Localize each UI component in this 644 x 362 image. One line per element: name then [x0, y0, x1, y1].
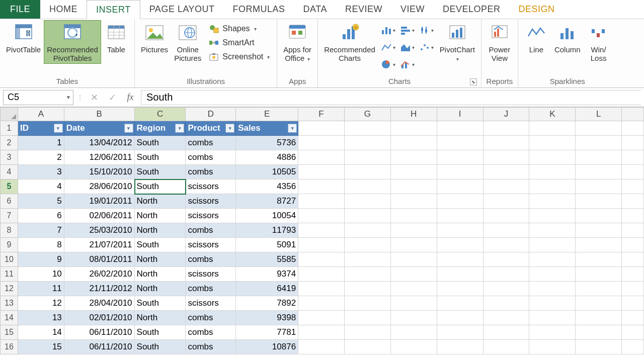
sparkline-column-button[interactable]: Column [551, 20, 584, 55]
cell-date[interactable]: 28/04/2010 [64, 296, 135, 311]
cell-date[interactable]: 06/11/2010 [64, 340, 135, 354]
empty-cell[interactable] [345, 165, 391, 179]
empty-cell[interactable] [529, 267, 576, 282]
cell-date[interactable]: 26/02/2010 [64, 267, 135, 282]
empty-cell[interactable] [484, 136, 530, 150]
empty-cell[interactable] [437, 340, 484, 354]
empty-cell[interactable] [345, 252, 391, 267]
cell-id[interactable]: 3 [18, 165, 64, 179]
empty-cell[interactable] [391, 165, 437, 179]
empty-cell[interactable] [622, 311, 644, 325]
empty-cell[interactable] [437, 282, 484, 296]
table-header-product[interactable]: Product▾ [186, 121, 236, 136]
cell-product[interactable]: scissors [186, 209, 236, 223]
empty-cell[interactable] [298, 194, 345, 209]
cell-product[interactable]: combs [186, 223, 236, 238]
cell-date[interactable]: 08/01/2011 [64, 252, 135, 267]
cell-product[interactable]: combs [186, 165, 236, 179]
cell-region[interactable]: South [135, 136, 186, 150]
table-header-id[interactable]: ID▾ [18, 121, 64, 136]
empty-cell[interactable] [437, 325, 484, 340]
empty-cell[interactable] [391, 209, 437, 223]
cell-sales[interactable]: 10054 [236, 209, 298, 223]
column-header-G[interactable]: G [345, 107, 391, 121]
empty-cell[interactable] [391, 325, 437, 340]
cell-region[interactable]: South [135, 238, 186, 252]
chart-stock-button[interactable]: ▾ [418, 22, 436, 38]
cell-date[interactable]: 02/06/2011 [64, 209, 135, 223]
empty-cell[interactable] [345, 340, 391, 354]
pivot-table-button[interactable]: PivotTable [3, 20, 44, 55]
cell-date[interactable]: 02/01/2010 [64, 311, 135, 325]
column-header-partial[interactable] [622, 107, 644, 121]
cell-region[interactable]: North [135, 282, 186, 296]
cell-product[interactable]: scissors [186, 179, 236, 194]
empty-cell[interactable] [622, 340, 644, 354]
cell-sales[interactable]: 5091 [236, 238, 298, 252]
formula-input[interactable]: South [141, 90, 641, 105]
empty-cell[interactable] [529, 325, 576, 340]
empty-cell[interactable] [622, 179, 644, 194]
empty-cell[interactable] [391, 311, 437, 325]
empty-cell[interactable] [298, 179, 345, 194]
row-header-14[interactable]: 14 [0, 311, 18, 325]
cell-sales[interactable]: 5736 [236, 136, 298, 150]
cell-region[interactable]: North [135, 252, 186, 267]
empty-cell[interactable] [298, 136, 345, 150]
cell-product[interactable]: combs [186, 136, 236, 150]
cell-sales[interactable]: 6419 [236, 282, 298, 296]
empty-cell[interactable] [576, 194, 622, 209]
cell-region[interactable]: South [135, 179, 186, 194]
filter-button-sales[interactable]: ▾ [288, 124, 297, 133]
table-header-region[interactable]: Region▾ [135, 121, 186, 136]
cell-product[interactable]: combs [186, 311, 236, 325]
empty-cell[interactable] [298, 121, 345, 136]
row-header-13[interactable]: 13 [0, 296, 18, 311]
empty-cell[interactable] [391, 194, 437, 209]
pictures-button[interactable]: Pictures [138, 20, 171, 55]
empty-cell[interactable] [298, 252, 345, 267]
row-header-1[interactable]: 1 [0, 121, 18, 136]
cell-region[interactable]: South [135, 165, 186, 179]
empty-cell[interactable] [345, 150, 391, 165]
empty-cell[interactable] [345, 238, 391, 252]
cell-sales[interactable]: 9398 [236, 311, 298, 325]
empty-cell[interactable] [391, 136, 437, 150]
row-header-8[interactable]: 8 [0, 223, 18, 238]
empty-cell[interactable] [345, 136, 391, 150]
empty-cell[interactable] [437, 194, 484, 209]
cell-date[interactable]: 25/03/2010 [64, 223, 135, 238]
empty-cell[interactable] [622, 150, 644, 165]
tab-page-layout[interactable]: PAGE LAYOUT [140, 0, 224, 19]
empty-cell[interactable] [576, 179, 622, 194]
empty-cell[interactable] [622, 165, 644, 179]
empty-cell[interactable] [345, 121, 391, 136]
screenshot-button[interactable]: Screenshot▾ [206, 50, 272, 63]
empty-cell[interactable] [576, 311, 622, 325]
chart-line-button[interactable]: ▾ [379, 39, 397, 55]
empty-cell[interactable] [576, 121, 622, 136]
row-header-10[interactable]: 10 [0, 252, 18, 267]
empty-cell[interactable] [576, 136, 622, 150]
filter-button-region[interactable]: ▾ [175, 124, 184, 133]
empty-cell[interactable] [298, 150, 345, 165]
empty-cell[interactable] [298, 340, 345, 354]
cell-date[interactable]: 15/10/2010 [64, 165, 135, 179]
empty-cell[interactable] [622, 121, 644, 136]
empty-cell[interactable] [437, 238, 484, 252]
empty-cell[interactable] [484, 252, 530, 267]
tab-formulas[interactable]: FORMULAS [224, 0, 294, 19]
cell-region[interactable]: North [135, 209, 186, 223]
filter-button-date[interactable]: ▾ [124, 124, 133, 133]
empty-cell[interactable] [345, 179, 391, 194]
cell-id[interactable]: 6 [18, 209, 64, 223]
empty-cell[interactable] [298, 311, 345, 325]
empty-cell[interactable] [529, 296, 576, 311]
table-header-date[interactable]: Date▾ [64, 121, 135, 136]
column-header-I[interactable]: I [437, 107, 484, 121]
cell-product[interactable]: combs [186, 325, 236, 340]
empty-cell[interactable] [529, 340, 576, 354]
empty-cell[interactable] [484, 238, 530, 252]
empty-cell[interactable] [484, 325, 530, 340]
cell-region[interactable]: North [135, 267, 186, 282]
